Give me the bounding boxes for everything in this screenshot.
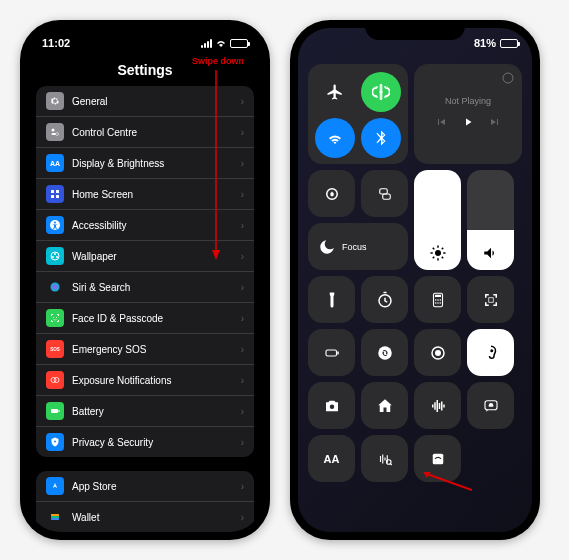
hearing-button[interactable] (361, 435, 408, 482)
settings-row-label: Accessibility (72, 220, 233, 231)
svg-point-15 (56, 256, 58, 258)
svg-rect-74 (432, 453, 443, 464)
cellular-data-button[interactable] (361, 72, 401, 112)
svg-line-73 (390, 463, 392, 465)
settings-row-exposure-notifications[interactable]: Exposure Notifications› (36, 365, 254, 396)
settings-row-label: Battery (72, 406, 233, 417)
sos-icon: SOS (46, 340, 64, 358)
orientation-lock-button[interactable] (308, 170, 355, 217)
bluetooth-button[interactable] (361, 118, 401, 158)
camera-button[interactable] (308, 382, 355, 429)
timer-button[interactable] (361, 276, 408, 323)
wifi-icon (326, 129, 344, 147)
settings-row-siri-search[interactable]: Siri & Search› (36, 272, 254, 303)
ear-icon (482, 344, 500, 362)
mirroring-icon (376, 185, 394, 203)
voice-memo-button[interactable] (414, 382, 461, 429)
focus-label: Focus (342, 242, 367, 252)
svg-point-16 (51, 283, 60, 292)
svg-point-13 (54, 253, 56, 255)
settings-row-app-store[interactable]: App Store› (36, 471, 254, 502)
settings-row-label: Exposure Notifications (72, 375, 233, 386)
svg-point-35 (435, 250, 441, 256)
chevron-right-icon: › (241, 313, 244, 324)
calculator-icon (429, 291, 447, 309)
timer-icon (376, 291, 394, 309)
svg-point-4 (56, 133, 59, 136)
settings-row-emergency-sos[interactable]: SOSEmergency SOS› (36, 334, 254, 365)
settings-row-label: Emergency SOS (72, 344, 233, 355)
settings-row-wallpaper[interactable]: Wallpaper› (36, 241, 254, 272)
settings-row-label: Home Screen (72, 189, 233, 200)
screen-record-button[interactable] (414, 329, 461, 376)
now-playing-tile[interactable]: Not Playing (414, 64, 522, 164)
rotation-lock-icon (323, 185, 341, 203)
settings-row-face-id-passcode[interactable]: Face ID & Passcode› (36, 303, 254, 334)
notch (365, 20, 465, 40)
status-indicators (201, 39, 248, 48)
svg-point-18 (56, 317, 57, 318)
svg-point-24 (54, 441, 56, 443)
calculator-button[interactable] (414, 276, 461, 323)
next-track-button[interactable] (488, 114, 500, 132)
settings-row-wallet[interactable]: Wallet› (36, 502, 254, 532)
prev-track-button[interactable] (436, 114, 448, 132)
settings-list[interactable]: General›Control Centre›AADisplay & Brigh… (28, 86, 262, 532)
svg-point-49 (439, 299, 441, 301)
settings-row-display-brightness[interactable]: AADisplay & Brightness› (36, 148, 254, 179)
sun-icon (429, 244, 447, 262)
svg-point-50 (435, 302, 437, 304)
qr-icon (482, 291, 500, 309)
svg-rect-7 (56, 190, 59, 193)
svg-marker-1 (212, 250, 220, 260)
battery-icon (500, 39, 518, 48)
svg-line-43 (441, 248, 443, 250)
svg-point-56 (378, 346, 392, 360)
chevron-right-icon: › (241, 437, 244, 448)
svg-text:AA: AA (50, 160, 60, 167)
home-button[interactable] (361, 382, 408, 429)
waveform-icon (429, 397, 447, 415)
chevron-right-icon: › (241, 282, 244, 293)
chevron-right-icon: › (241, 127, 244, 138)
svg-point-14 (52, 256, 54, 258)
svg-point-17 (53, 317, 54, 318)
settings-row-home-screen[interactable]: Home Screen› (36, 179, 254, 210)
textsize-label: AA (324, 453, 340, 465)
shazam-button[interactable] (361, 329, 408, 376)
flashlight-button[interactable] (308, 276, 355, 323)
settings-row-battery[interactable]: Battery› (36, 396, 254, 427)
wallpaper-icon (46, 247, 64, 265)
appstore-icon (46, 477, 64, 495)
settings-row-privacy-security[interactable]: Privacy & Security› (36, 427, 254, 457)
speaker-icon (482, 244, 500, 262)
settings-row-general[interactable]: General› (36, 86, 254, 117)
low-power-button[interactable] (308, 329, 355, 376)
announce-notifications-button[interactable] (467, 382, 514, 429)
media-controls (436, 114, 500, 132)
svg-rect-23 (59, 410, 60, 412)
settings-row-control-centre[interactable]: Control Centre› (36, 117, 254, 148)
wallet-icon (46, 508, 64, 526)
gear-icon (46, 92, 64, 110)
battery-icon (230, 39, 248, 48)
battery-rect-icon (323, 344, 341, 362)
svg-rect-22 (51, 409, 58, 413)
text-size-button[interactable]: AA (308, 435, 355, 482)
brightness-slider[interactable] (414, 170, 461, 270)
display-icon: AA (46, 154, 64, 172)
volume-slider[interactable] (467, 170, 514, 270)
background-sounds-button[interactable] (467, 329, 514, 376)
notch (95, 20, 195, 40)
focus-button[interactable]: Focus (308, 223, 408, 270)
airplane-mode-button[interactable] (315, 72, 355, 112)
toggles-icon (46, 123, 64, 141)
wifi-button[interactable] (315, 118, 355, 158)
settings-row-label: App Store (72, 481, 233, 492)
play-button[interactable] (462, 114, 474, 132)
settings-row-accessibility[interactable]: Accessibility› (36, 210, 254, 241)
screen-mirroring-button[interactable] (361, 170, 408, 217)
sound-recognition-icon (376, 450, 394, 468)
svg-line-75 (427, 474, 472, 490)
qr-scanner-button[interactable] (467, 276, 514, 323)
